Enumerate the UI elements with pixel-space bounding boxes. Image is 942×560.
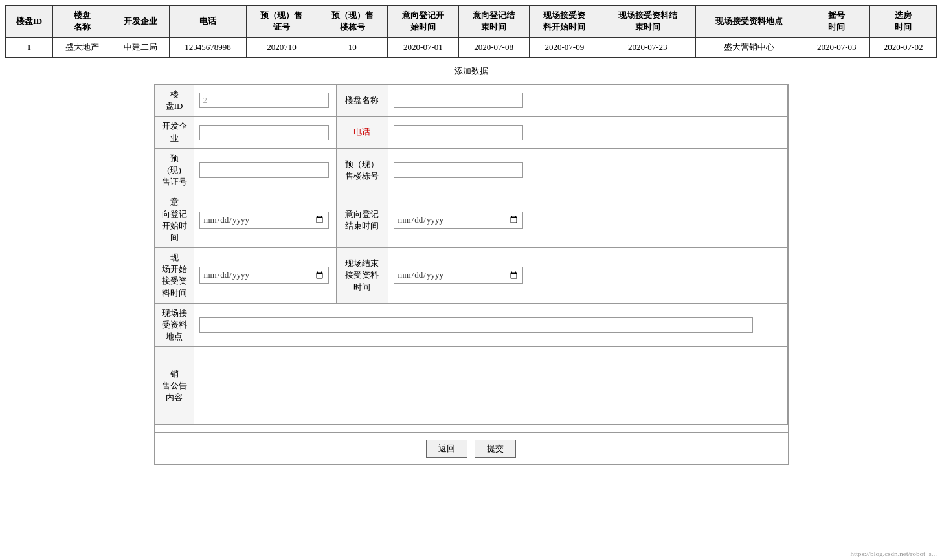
input-cell-cert [194, 148, 336, 192]
recv-end-input[interactable] [394, 267, 523, 284]
input-cell-loupan-name [388, 85, 787, 117]
col-header-location: 现场接受资料地点 [695, 6, 803, 38]
label-building: 预（现）售楼栋号 [336, 148, 388, 192]
col-header-id: 楼盘ID [6, 6, 53, 38]
reg-start-input[interactable] [199, 212, 329, 229]
label-phone: 电话 [336, 117, 388, 148]
building-input[interactable] [394, 162, 523, 178]
add-data-label: 添加数据 [5, 65, 937, 77]
phone-input[interactable] [394, 125, 523, 140]
col-header-lottery: 摇号时间 [803, 6, 870, 38]
col-header-reg-end: 意向登记结束时间 [458, 6, 529, 38]
col-header-select: 选房时间 [870, 6, 937, 38]
col-header-developer: 开发企业 [111, 6, 170, 38]
input-cell-reg-start [194, 192, 336, 248]
label-loupan-id: 楼盘ID [155, 85, 194, 117]
cell-recv-start: 2020-07-09 [529, 38, 600, 58]
col-header-recv-start: 现场接受资料开始时间 [529, 6, 600, 38]
col-header-reg-start: 意向登记开始时间 [388, 6, 458, 38]
reg-end-input[interactable] [394, 212, 523, 229]
label-location: 现场接受资料地点 [155, 303, 194, 347]
input-cell-location [194, 303, 787, 347]
cell-name: 盛大地产 [52, 38, 111, 58]
label-reg-end: 意向登记结束时间 [336, 192, 388, 248]
table-row: 1 盛大地产 中建二局 12345678998 2020710 10 2020-… [6, 38, 937, 58]
label-loupan-name: 楼盘名称 [336, 85, 388, 117]
label-cert: 预(现)售证号 [155, 148, 194, 192]
label-sale-content: 销售公告内容 [155, 347, 194, 425]
add-data-form: 楼盘ID 楼盘名称 开发企业 电话 [154, 84, 789, 465]
back-button[interactable]: 返回 [426, 440, 467, 458]
recv-start-input[interactable] [199, 267, 329, 284]
cell-reg-end: 2020-07-08 [458, 38, 529, 58]
cell-lottery: 2020-07-03 [803, 38, 870, 58]
form-row-3: 预(现)售证号 预（现）售楼栋号 [155, 148, 787, 192]
submit-button[interactable]: 提交 [475, 440, 516, 458]
input-cell-reg-end [388, 192, 787, 248]
cell-location: 盛大营销中心 [695, 38, 803, 58]
location-input[interactable] [199, 317, 753, 333]
col-header-cert: 预（现）售证号 [246, 6, 317, 38]
label-developer: 开发企业 [155, 117, 194, 148]
input-cell-phone [388, 117, 787, 148]
loupan-name-input[interactable] [394, 93, 523, 108]
cert-input[interactable] [199, 162, 329, 178]
input-cell-building [388, 148, 787, 192]
input-cell-recv-end [388, 248, 787, 304]
form-row-4: 意向登记开始时间 意向登记结束时间 [155, 192, 787, 248]
cell-developer: 中建二局 [111, 38, 170, 58]
label-recv-start: 现场开始接受资料时间 [155, 248, 194, 304]
form-row-2: 开发企业 电话 [155, 117, 787, 148]
cell-reg-start: 2020-07-01 [388, 38, 458, 58]
cell-building: 10 [317, 38, 388, 58]
label-reg-start: 意向登记开始时间 [155, 192, 194, 248]
loupan-id-input[interactable] [199, 93, 329, 108]
spacer-cell [155, 425, 787, 433]
button-row: 返回 提交 [155, 432, 788, 464]
cell-recv-end: 2020-07-23 [600, 38, 695, 58]
col-header-name: 楼盘名称 [52, 6, 111, 38]
developer-input[interactable] [199, 125, 329, 140]
cell-cert: 2020710 [246, 38, 317, 58]
form-row-6: 现场接受资料地点 [155, 303, 787, 347]
form-row-7: 销售公告内容 [155, 347, 787, 425]
input-cell-developer [194, 117, 336, 148]
cell-phone: 12345678998 [170, 38, 247, 58]
form-table: 楼盘ID 楼盘名称 开发企业 电话 [155, 84, 788, 432]
input-cell-loupan-id [194, 85, 336, 117]
form-row-1: 楼盘ID 楼盘名称 [155, 85, 787, 117]
input-cell-recv-start [194, 248, 336, 304]
cell-select: 2020-07-02 [870, 38, 937, 58]
main-data-table: 楼盘ID 楼盘名称 开发企业 电话 预（现）售证号 预（现）售楼栋号 意向登记开… [5, 5, 937, 58]
cell-id: 1 [6, 38, 53, 58]
col-header-recv-end: 现场接受资料结束时间 [600, 6, 695, 38]
label-recv-end: 现场结束接受资料时间 [336, 248, 388, 304]
form-row-5: 现场开始接受资料时间 现场结束接受资料时间 [155, 248, 787, 304]
form-row-spacer [155, 425, 787, 433]
sale-content-textarea[interactable] [194, 355, 787, 414]
col-header-building: 预（现）售楼栋号 [317, 6, 388, 38]
col-header-phone: 电话 [170, 6, 247, 38]
input-cell-sale-content [194, 347, 787, 425]
